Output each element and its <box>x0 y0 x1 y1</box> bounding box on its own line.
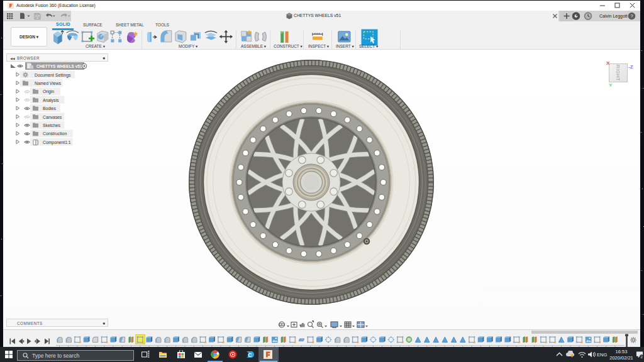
svg-text:Document Settings: Document Settings <box>35 73 71 78</box>
svg-text:Origin: Origin <box>43 89 54 94</box>
svg-text:C: C <box>248 352 252 358</box>
svg-text:Sketches: Sketches <box>43 123 61 128</box>
svg-text:Analysis: Analysis <box>43 98 59 103</box>
svg-text:Construction: Construction <box>43 131 67 136</box>
svg-text:Bodies: Bodies <box>43 106 56 111</box>
svg-text:Calvin Leggott: Calvin Leggott <box>599 14 628 19</box>
svg-text:RIGHT: RIGHT <box>615 65 621 81</box>
svg-text:Canvases: Canvases <box>43 115 62 119</box>
svg-text:Named Views: Named Views <box>35 81 61 85</box>
svg-text:?: ? <box>630 13 633 19</box>
svg-text:Component1:1: Component1:1 <box>43 140 71 145</box>
svg-text:CHETTYS WHEELS v51: CHETTYS WHEELS v51 <box>36 64 82 69</box>
